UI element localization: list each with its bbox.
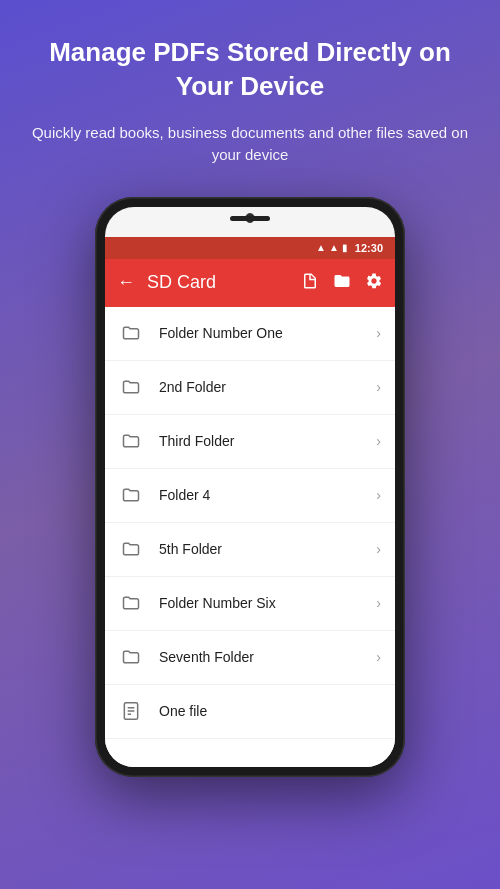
- phone-outer: ▲ ▲ ▮ 12:30 ← SD Card: [95, 197, 405, 777]
- chevron-icon: ›: [376, 487, 381, 503]
- file-name: One file: [159, 703, 381, 719]
- file-name: Third Folder: [159, 433, 376, 449]
- file-list: Folder Number One › 2nd Folder › Third F…: [105, 307, 395, 767]
- chevron-icon: ›: [376, 379, 381, 395]
- file-name: Folder 4: [159, 487, 376, 503]
- hero-subtitle: Quickly read books, business documents a…: [30, 122, 470, 167]
- phone-mockup: ▲ ▲ ▮ 12:30 ← SD Card: [95, 197, 405, 777]
- list-item[interactable]: Seventh Folder ›: [105, 631, 395, 685]
- folder-icon: [119, 375, 143, 399]
- list-item[interactable]: Folder Number One ›: [105, 307, 395, 361]
- app-bar-icons: [301, 272, 383, 294]
- file-name: Folder Number One: [159, 325, 376, 341]
- document-icon[interactable]: [301, 272, 319, 294]
- folder-icon: [119, 321, 143, 345]
- folder-icon: [119, 645, 143, 669]
- status-time: 12:30: [355, 242, 383, 254]
- app-bar-title: SD Card: [147, 272, 301, 293]
- chevron-icon: ›: [376, 433, 381, 449]
- hero-title: Manage PDFs Stored Directly on Your Devi…: [30, 36, 470, 104]
- app-bar: ← SD Card: [105, 259, 395, 307]
- list-item[interactable]: 2nd Folder ›: [105, 361, 395, 415]
- chevron-icon: ›: [376, 541, 381, 557]
- chevron-icon: ›: [376, 595, 381, 611]
- folder-icon: [119, 483, 143, 507]
- phone-speaker: [230, 216, 270, 221]
- wifi-icon: ▲: [316, 242, 326, 253]
- hero-section: Manage PDFs Stored Directly on Your Devi…: [0, 0, 500, 187]
- list-item[interactable]: One file: [105, 685, 395, 739]
- status-icons: ▲ ▲ ▮ 12:30: [316, 242, 383, 254]
- folder-icon: [119, 429, 143, 453]
- status-bar: ▲ ▲ ▮ 12:30: [105, 237, 395, 259]
- file-name: 5th Folder: [159, 541, 376, 557]
- folder-icon: [119, 591, 143, 615]
- folder-icon[interactable]: [333, 272, 351, 294]
- chevron-icon: ›: [376, 325, 381, 341]
- file-name: 2nd Folder: [159, 379, 376, 395]
- list-item[interactable]: Folder Number Six ›: [105, 577, 395, 631]
- list-item[interactable]: Folder 4 ›: [105, 469, 395, 523]
- battery-icon: ▮: [342, 242, 348, 253]
- folder-icon: [119, 537, 143, 561]
- file-icon: [119, 699, 143, 723]
- chevron-icon: ›: [376, 649, 381, 665]
- list-item[interactable]: Third Folder ›: [105, 415, 395, 469]
- file-name: Seventh Folder: [159, 649, 376, 665]
- file-name: Folder Number Six: [159, 595, 376, 611]
- back-button[interactable]: ←: [117, 272, 135, 293]
- signal-icon: ▲: [329, 242, 339, 253]
- list-item[interactable]: 5th Folder ›: [105, 523, 395, 577]
- phone-screen: ▲ ▲ ▮ 12:30 ← SD Card: [105, 207, 395, 767]
- settings-icon[interactable]: [365, 272, 383, 294]
